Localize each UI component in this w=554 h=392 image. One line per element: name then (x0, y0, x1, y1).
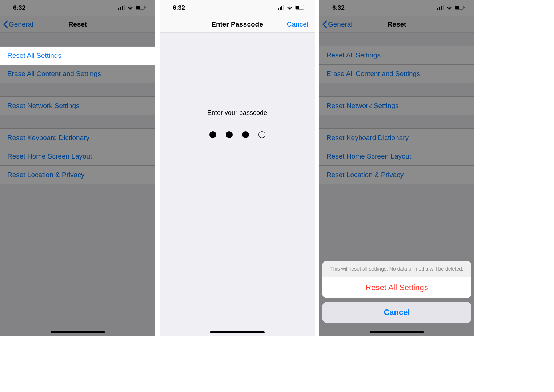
wifi-icon (127, 4, 133, 12)
cell-erase-all[interactable]: Erase All Content and Settings (319, 65, 474, 83)
cell-reset-location[interactable]: Reset Location & Privacy (319, 166, 474, 184)
svg-rect-20 (464, 7, 465, 8)
screen-passcode: 6:32 Enter Passcode Cancel Enter your pa… (160, 0, 315, 336)
cellular-icon (278, 4, 284, 12)
status-bar: 6:32 (0, 0, 155, 16)
cell-reset-all[interactable]: Reset All Settings (319, 46, 474, 65)
status-bar: 6:32 (319, 0, 474, 16)
svg-rect-7 (278, 8, 279, 10)
chevron-left-icon (3, 20, 8, 28)
svg-rect-0 (118, 8, 119, 10)
sheet-group: This will reset all settings. No data or… (322, 261, 471, 298)
battery-icon (136, 4, 146, 12)
svg-rect-3 (124, 5, 125, 10)
svg-rect-6 (145, 7, 146, 8)
cancel-button[interactable]: Cancel (287, 20, 308, 28)
nav-bar: Enter Passcode Cancel (160, 16, 315, 33)
passcode-dots (209, 131, 265, 138)
svg-rect-12 (296, 6, 299, 9)
passcode-dot (242, 131, 249, 138)
svg-rect-5 (136, 6, 140, 9)
passcode-dot (226, 131, 233, 138)
sheet-message: This will reset all settings. No data or… (322, 261, 471, 277)
sheet-cancel-button[interactable]: Cancel (322, 302, 471, 323)
action-sheet: This will reset all settings. No data or… (322, 261, 471, 323)
reset-list: Reset All Settings Erase All Content and… (0, 33, 155, 336)
passcode-dot (209, 131, 216, 138)
cell-reset-keyboard[interactable]: Reset Keyboard Dictionary (319, 128, 474, 147)
cell-reset-keyboard[interactable]: Reset Keyboard Dictionary (0, 128, 155, 147)
status-icons (278, 4, 305, 12)
passcode-body: Enter your passcode (160, 33, 315, 336)
wifi-icon (286, 4, 293, 12)
status-icons (437, 4, 465, 12)
nav-bar: General Reset (319, 16, 474, 33)
passcode-dot (258, 131, 265, 138)
nav-bar: General Reset (0, 16, 155, 33)
chevron-left-icon (322, 20, 327, 28)
battery-icon (295, 4, 305, 12)
svg-rect-10 (283, 5, 284, 10)
passcode-prompt: Enter your passcode (207, 109, 267, 117)
svg-rect-1 (120, 7, 121, 10)
cellular-icon (437, 4, 444, 12)
svg-rect-13 (305, 7, 305, 8)
status-icons (118, 4, 146, 12)
svg-rect-15 (439, 7, 440, 10)
status-time: 6:32 (173, 4, 185, 12)
svg-rect-16 (441, 6, 442, 10)
screen-reset-confirm: 6:32 General Reset Reset All Settings Er… (319, 0, 474, 336)
cell-reset-home[interactable]: Reset Home Screen Layout (0, 147, 155, 166)
status-bar: 6:32 (160, 0, 315, 16)
cell-reset-network[interactable]: Reset Network Settings (319, 96, 474, 115)
svg-rect-19 (455, 6, 459, 9)
home-indicator[interactable] (370, 331, 424, 333)
svg-rect-8 (280, 7, 281, 10)
home-indicator[interactable] (210, 331, 265, 333)
home-indicator[interactable] (51, 331, 105, 333)
highlighted-cell-wrap: Reset All Settings (0, 47, 155, 65)
battery-icon (455, 4, 465, 12)
cell-reset-home[interactable]: Reset Home Screen Layout (319, 147, 474, 166)
svg-rect-9 (281, 6, 282, 10)
cell-erase-all[interactable]: Erase All Content and Settings (0, 65, 155, 83)
cell-reset-all-highlight[interactable]: Reset All Settings (0, 47, 155, 65)
screen-reset-list: 6:32 General Reset Reset All Settings Er… (0, 0, 155, 336)
cell-reset-network[interactable]: Reset Network Settings (0, 96, 155, 115)
svg-rect-2 (122, 6, 123, 10)
back-button[interactable]: General (322, 20, 353, 28)
sheet-confirm-button[interactable]: Reset All Settings (322, 277, 471, 298)
status-time: 6:32 (332, 4, 345, 12)
back-button[interactable]: General (3, 20, 33, 28)
back-label: General (328, 20, 353, 28)
svg-rect-14 (437, 8, 438, 10)
back-label: General (9, 20, 33, 28)
cell-reset-location[interactable]: Reset Location & Privacy (0, 166, 155, 184)
svg-rect-17 (443, 5, 444, 10)
wifi-icon (446, 4, 453, 12)
status-time: 6:32 (13, 4, 25, 12)
cellular-icon (118, 4, 125, 12)
